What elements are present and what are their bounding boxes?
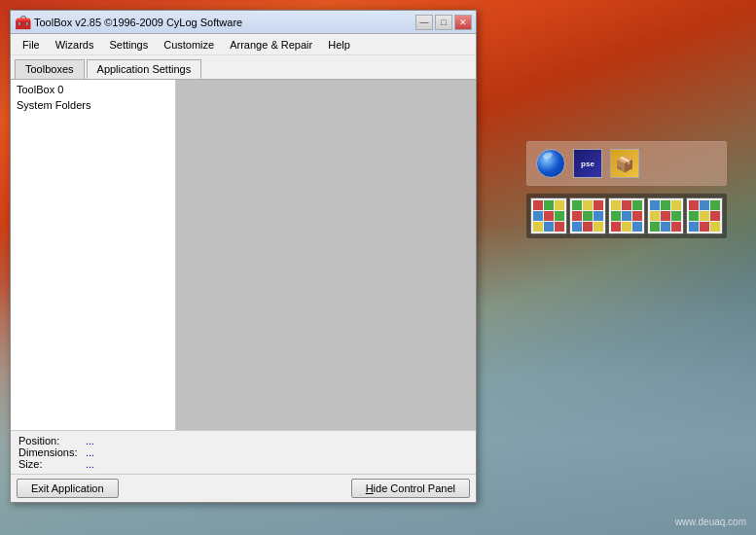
content-area: ToolBox 0 System Folders (11, 80, 476, 430)
menu-bar: File Wizards Settings Customize Arrange … (11, 34, 476, 55)
menu-file[interactable]: File (15, 37, 48, 53)
toolbox-item-0[interactable]: ToolBox 0 (13, 82, 173, 97)
watermark: www.deuaq.com (675, 517, 746, 527)
box-icon: 📦 (610, 149, 639, 178)
size-value: ... (86, 458, 94, 470)
size-label: Size: (18, 458, 82, 470)
tile-button-2[interactable] (569, 197, 606, 234)
tab-toolboxes[interactable]: Toolboxes (15, 59, 85, 79)
dimensions-label: Dimensions: (18, 446, 82, 458)
maximize-button[interactable]: □ (435, 15, 452, 30)
position-label: Position: (18, 435, 82, 446)
menu-arrange-repair[interactable]: Arrange & Repair (222, 37, 320, 53)
button-bar: Exit Application Hide Control Panel (11, 474, 476, 502)
title-bar: 🧰 ToolBox v2.85 ©1996-2009 CyLog Softwar… (11, 11, 476, 34)
sphere-app-icon[interactable] (535, 148, 566, 179)
icon-group-apps: pse 📦 (526, 141, 727, 186)
toolbox-item-system-folders[interactable]: System Folders (13, 97, 173, 113)
app-icon: 🧰 (15, 15, 30, 30)
menu-customize[interactable]: Customize (156, 37, 222, 53)
pse-icon: pse (573, 149, 602, 178)
status-bar: Position: ... Dimensions: ... Size: ... (11, 430, 476, 474)
tab-bar: Toolboxes Application Settings (11, 55, 476, 80)
menu-help[interactable]: Help (320, 37, 358, 53)
tile-button-1[interactable] (530, 197, 567, 234)
window-title: ToolBox v2.85 ©1996-2009 CyLog Software (34, 17, 415, 28)
tile-buttons-group (526, 194, 727, 238)
tab-application-settings[interactable]: Application Settings (87, 59, 202, 79)
tile-button-3[interactable] (608, 197, 645, 234)
toolbox-panel: ToolBox 0 System Folders (11, 80, 176, 430)
preview-panel (176, 80, 476, 430)
window-controls: — □ ✕ (415, 15, 472, 30)
pse-app-icon[interactable]: pse (572, 148, 603, 179)
hide-control-panel-button[interactable]: Hide Control Panel (351, 479, 470, 498)
desktop-icons-area: pse 📦 (526, 141, 727, 238)
exit-application-button[interactable]: Exit Application (17, 479, 119, 498)
dimensions-row: Dimensions: ... (18, 446, 468, 458)
position-value: ... (86, 435, 94, 446)
dimensions-value: ... (86, 446, 94, 458)
menu-settings[interactable]: Settings (101, 37, 156, 53)
size-row: Size: ... (18, 458, 468, 470)
hide-label-h: Hide Control Panel (366, 482, 455, 494)
tile-button-5[interactable] (686, 197, 723, 234)
menu-wizards[interactable]: Wizards (48, 37, 102, 53)
app-window: 🧰 ToolBox v2.85 ©1996-2009 CyLog Softwar… (10, 10, 477, 503)
sphere-icon (536, 149, 565, 178)
position-row: Position: ... (18, 435, 468, 446)
tile-button-4[interactable] (647, 197, 684, 234)
close-button[interactable]: ✕ (454, 15, 472, 30)
minimize-button[interactable]: — (415, 15, 433, 30)
box-app-icon[interactable]: 📦 (609, 148, 640, 179)
